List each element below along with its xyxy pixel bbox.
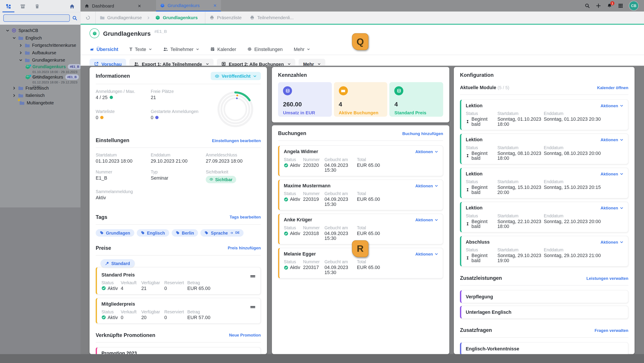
home-icon [84,4,89,8]
section-title: Zusatzfragen [460,328,492,333]
section-title: Preise [96,245,111,251]
status-label: Veröffentlicht [222,74,251,78]
section-title: Kennzahlen [278,72,307,78]
aktionen-dropdown[interactable]: Aktionen [600,172,624,176]
folder-icon [18,93,24,98]
aktionen-dropdown[interactable]: Aktionen [600,104,624,108]
tag-grundlagen[interactable]: Grundlagen [96,229,134,236]
breadcrumb-item-grundlagenkurs[interactable]: Grundlagenkurs [151,15,202,20]
eye-icon [209,178,213,181]
publish-status-dropdown[interactable]: Veröffentlicht [210,72,261,80]
capacity-donut-chart [216,90,255,129]
aktionen-dropdown[interactable]: Aktionen [415,218,438,222]
annotation-marker-r[interactable]: R [352,240,368,257]
tree-view-icon[interactable] [6,0,11,12]
tab-dashboard[interactable]: Dashboard [80,0,146,12]
bell-icon[interactable]: 1 [607,3,612,8]
module-section-title: Aktuelle Module (5 / 5) [460,85,510,90]
drag-handle[interactable] [250,304,256,310]
search-icon[interactable] [72,16,77,20]
tab-uebersicht[interactable]: Übersicht [90,46,118,52]
tree-item-englisch[interactable]: Englisch [0,34,80,42]
tree-item-fortgeschrittenenkurse[interactable]: Fortgeschrittenenkurse [0,42,80,49]
breadcrumb-item-grundlagenkurse[interactable]: Grundlagenkurse [96,15,146,20]
field-enddatum: Enddatum29.10.2023 21:00 [151,152,206,164]
tag-berlin[interactable]: Berlin [172,229,198,236]
einstellungen-bearbeiten-link[interactable]: Einstellungen bearbeiten [212,138,261,142]
course-icon [90,28,100,38]
chevron-right-icon[interactable] [12,94,16,97]
tab-einstellungen[interactable]: Einstellungen [247,46,282,52]
tree-item-grundlagenkurs-2[interactable]: Grundlagenkurs#E1_B 01.12.2023 18:00 - 2… [0,74,80,84]
leistungen-verwalten-link[interactable]: Leistungen verwalten [586,276,628,280]
leistung-card: Verpflegung [460,290,628,303]
tab-grundlagenkurs[interactable]: Grundlagenkurs [156,0,221,12]
tree-label: Englisch [25,35,42,40]
chevron-down-icon[interactable] [19,58,23,62]
buchung-hinzufuegen-link[interactable]: Buchung hinzufügen [402,131,443,136]
booking-card: Angela Widmer Aktionen StatusAktiv Numme… [278,146,443,176]
action-praesenzliste[interactable]: Präsenzliste [206,15,246,20]
aktionen-dropdown[interactable]: Aktionen [415,184,438,188]
tree-item-sprachcb[interactable]: SprachCB [0,27,80,34]
neue-promotion-link[interactable]: Neue Promotion [229,333,261,337]
leistung-name: Unterlagen Englisch [466,310,624,315]
check-circle-icon [284,163,288,167]
chevron-right-icon[interactable] [12,86,16,90]
booking-card: Anke Krüger Aktionen StatusAktiv Nummer2… [278,214,443,244]
aktionen-dropdown[interactable]: Aktionen [600,240,624,244]
aktionen-dropdown[interactable]: Aktionen [415,150,438,154]
action-teilnehmendenliste[interactable]: Teilnehmendenli... [246,15,298,20]
tree-label: SprachCB [18,28,38,33]
plus-icon[interactable] [596,3,601,8]
aktionen-dropdown[interactable]: Aktionen [415,252,438,256]
chevron-down-icon[interactable] [6,28,10,32]
breadcrumb-label: Grundlagenkurs [163,15,198,20]
module-name: Lektion [466,103,624,108]
booking-name: Anke Krüger [284,217,438,222]
chevron-right-icon[interactable] [19,43,23,47]
preis-hinzufuegen-link[interactable]: Preis hinzufügen [228,246,261,250]
trash-icon[interactable] [34,0,40,12]
tree-item-grundlagenkurse[interactable]: Grundlagenkurse [0,56,80,64]
tags-bearbeiten-link[interactable]: Tags bearbeiten [230,215,261,219]
tree-item-grundlagenkurs-1[interactable]: Grundlagenkurs#E1_B 01.10.2023 18:00 - 2… [0,64,80,74]
tree-item-multiangebote[interactable]: Multiangebote [0,99,80,106]
tree-label: Grundlagenkurse [32,58,65,62]
stat-freie-plaetze: Freie Plätze 21 [151,89,216,103]
home-icon[interactable] [70,0,75,12]
tab-texte[interactable]: T Texte [129,46,152,52]
tag-sprache-de[interactable]: SpracheDE [200,229,244,236]
close-icon[interactable] [213,4,217,7]
archive-icon[interactable] [20,0,25,12]
tree-item-aufbaukurse[interactable]: Aufbaukurse [0,49,80,56]
search-icon[interactable] [585,3,590,8]
aktionen-dropdown[interactable]: Aktionen [600,138,624,142]
fragen-verwalten-link[interactable]: Fragen verwalten [594,328,628,332]
indigo-dot [155,116,159,119]
chevron-down-icon [435,218,438,222]
tag-englisch[interactable]: Englisch [137,229,169,236]
close-icon[interactable] [138,4,142,8]
avatar[interactable]: CB [629,1,638,10]
annotation-marker-q[interactable]: Q [352,33,368,50]
chevron-down-icon[interactable] [12,36,16,40]
chevron-right-icon[interactable] [19,51,23,54]
aktionen-dropdown[interactable]: Aktionen [600,206,624,210]
coins-icon [283,86,292,95]
drag-handle[interactable] [250,273,256,279]
sidebar-search-input[interactable] [3,14,70,22]
tree-item-italienisch[interactable]: Italienisch [0,92,80,99]
tree-label: Fortgeschrittenenkurse [32,43,76,48]
cube-icon [155,15,160,20]
tab-mehr[interactable]: Mehr [294,46,310,52]
nav-label: Teilnehmer [170,46,194,52]
history-icon[interactable] [80,15,95,20]
nav-label: Einstellungen [254,46,283,52]
tab-teilnehmer[interactable]: Teilnehmer [163,46,199,52]
section-title: Buchungen [278,131,306,136]
grid-apps-icon[interactable] [618,3,623,8]
tab-kalender[interactable]: Kalender [210,46,236,52]
kalender-oeffnen-link[interactable]: Kalender öffnen [597,85,628,90]
action-label: Teilnehmendenli... [257,15,294,20]
